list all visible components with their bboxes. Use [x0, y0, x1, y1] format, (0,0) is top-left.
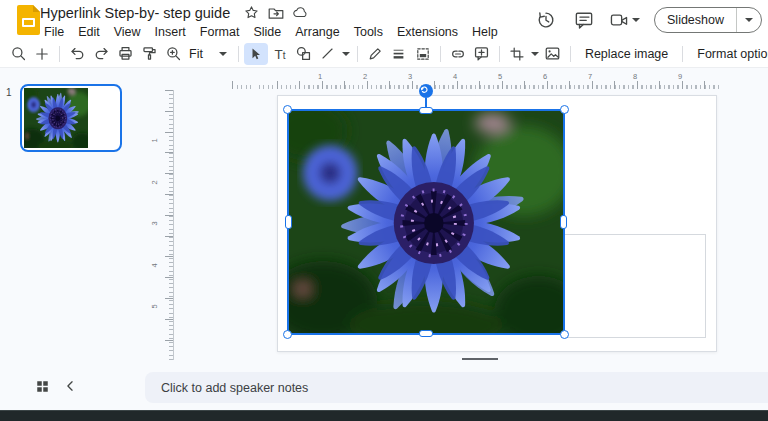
pencil-icon [367, 46, 383, 62]
replace-image-button[interactable]: Replace image [576, 44, 677, 64]
zoom-in-icon [165, 45, 182, 62]
border-color-button[interactable] [363, 43, 387, 65]
toolbar-divider [357, 46, 358, 62]
h-ruler-number: 8 [633, 72, 637, 81]
add-comment-icon [473, 45, 490, 62]
toolbar-divider [570, 46, 571, 62]
undo-button[interactable] [65, 43, 89, 65]
menu-extensions[interactable]: Extensions [390, 24, 465, 40]
speaker-notes-box[interactable]: Click to add speaker notes [145, 372, 768, 403]
text-box-button[interactable]: Tt [268, 43, 292, 65]
resize-handle-nw[interactable] [283, 105, 292, 114]
resize-handle-se[interactable] [560, 330, 569, 339]
h-ruler-number: 2 [363, 72, 367, 81]
zoom-button[interactable] [161, 43, 185, 65]
border-weight-button[interactable] [387, 43, 411, 65]
flower-image [289, 111, 563, 333]
border-dash-button[interactable] [411, 43, 435, 65]
print-button[interactable] [113, 43, 137, 65]
mask-image-dropdown-button[interactable] [529, 43, 541, 65]
menu-format[interactable]: Format [193, 24, 247, 40]
v-ruler-number: 4 [150, 263, 159, 267]
app-header: Hyperlink Step-by- step guide File Edit … [0, 0, 768, 40]
slide-thumbnail[interactable] [20, 84, 122, 152]
chevron-down-icon [342, 52, 350, 56]
insert-shape-button[interactable] [292, 43, 316, 65]
resize-handle-sw[interactable] [283, 330, 292, 339]
slideshow-button[interactable]: Slideshow [655, 8, 736, 32]
zoom-value: Fit [189, 47, 203, 61]
v-ruler-number: 1 [150, 138, 159, 142]
add-comment-button[interactable] [470, 43, 494, 65]
resize-handle-e[interactable] [560, 215, 567, 229]
border-weight-icon [391, 46, 406, 61]
h-ruler-number: 7 [588, 72, 592, 81]
video-camera-icon [609, 12, 629, 28]
selected-flower-image[interactable] [289, 111, 563, 333]
cloud-status-icon[interactable] [293, 5, 309, 21]
resize-handle-s[interactable] [419, 330, 433, 337]
format-options-button[interactable]: Format options [688, 44, 768, 64]
slideshow-split-button: Slideshow [654, 7, 762, 33]
chevron-down-icon [632, 18, 640, 22]
speaker-notes-placeholder: Click to add speaker notes [161, 381, 308, 395]
meet-camera-button[interactable] [609, 12, 640, 28]
crop-icon [509, 46, 525, 62]
v-ruler-number: 5 [150, 304, 159, 308]
menu-file[interactable]: File [37, 24, 71, 40]
grid-view-button[interactable] [32, 376, 52, 396]
rotate-icon [419, 84, 429, 94]
menu-insert[interactable]: Insert [148, 24, 193, 40]
menu-arrange[interactable]: Arrange [288, 24, 346, 40]
crop-image-button[interactable] [505, 43, 529, 65]
insert-line-button[interactable] [316, 43, 340, 65]
vertical-ruler: 1 2 3 4 5 [150, 90, 174, 360]
paint-format-button[interactable] [137, 43, 161, 65]
version-history-button[interactable] [533, 7, 559, 33]
ruler-ticks [165, 90, 173, 360]
redo-icon [93, 45, 110, 62]
comments-button[interactable] [571, 7, 597, 33]
resize-handle-w[interactable] [285, 215, 292, 229]
search-menus-button[interactable] [6, 43, 30, 65]
zoom-select[interactable]: Fit [185, 44, 233, 64]
google-slides-window: Hyperlink Step-by- step guide File Edit … [0, 0, 768, 421]
header-actions: Slideshow [533, 0, 762, 40]
insert-link-button[interactable] [446, 43, 470, 65]
notes-resize-handle[interactable] [462, 358, 498, 360]
toolbar-divider [440, 46, 441, 62]
menu-view[interactable]: View [107, 24, 148, 40]
horizontal-ruler: 1 2 3 4 5 6 7 8 9 [232, 74, 720, 89]
rotate-handle[interactable] [419, 84, 433, 98]
move-folder-icon[interactable] [268, 5, 284, 21]
new-slide-button[interactable] [30, 43, 54, 65]
grid-view-icon [35, 379, 50, 394]
slide-number: 1 [6, 87, 12, 98]
replace-image-icon-button[interactable] [541, 43, 565, 65]
workspace: 1 1 2 3 4 5 6 7 8 9 1 2 3 4 5 [0, 68, 768, 410]
document-title[interactable]: Hyperlink Step-by- step guide [36, 5, 234, 21]
cursor-icon [248, 46, 263, 62]
redo-button[interactable] [89, 43, 113, 65]
h-ruler-number: 3 [408, 72, 412, 81]
star-icon[interactable] [243, 5, 259, 21]
slideshow-dropdown-button[interactable] [737, 8, 761, 32]
menu-help[interactable]: Help [465, 24, 505, 40]
resize-handle-n[interactable] [419, 107, 433, 114]
toolbar: Fit Tt [0, 40, 768, 68]
menu-tools[interactable]: Tools [347, 24, 390, 40]
title-row: Hyperlink Step-by- step guide [36, 2, 505, 23]
taskbar-strip [0, 410, 768, 421]
menu-edit[interactable]: Edit [71, 24, 107, 40]
collapse-filmstrip-button[interactable] [62, 378, 78, 394]
chevron-down-icon [531, 52, 539, 56]
line-dropdown-button[interactable] [340, 43, 352, 65]
resize-handle-ne[interactable] [560, 105, 569, 114]
empty-text-placeholder[interactable] [563, 234, 706, 338]
select-tool-button[interactable] [244, 43, 268, 65]
slide-canvas[interactable] [277, 95, 717, 352]
menu-slide[interactable]: Slide [246, 24, 288, 40]
chevron-down-icon [745, 18, 753, 22]
chevron-left-icon [65, 380, 75, 392]
print-icon [117, 45, 134, 62]
